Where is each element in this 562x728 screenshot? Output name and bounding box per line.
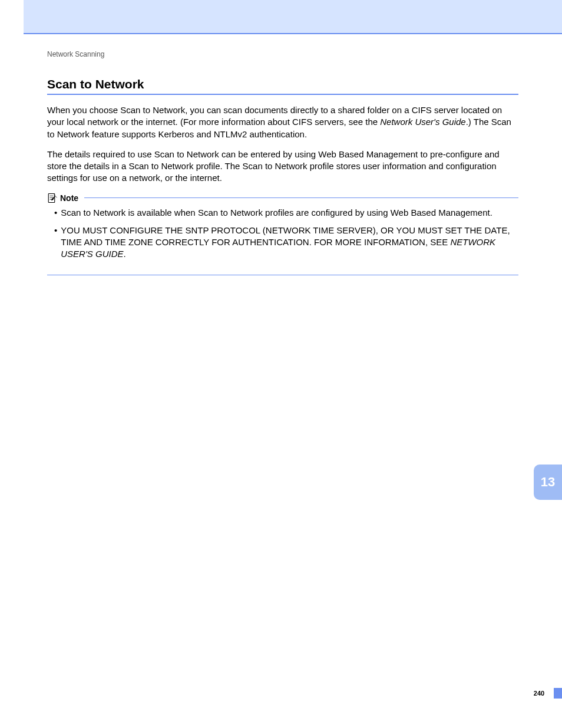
note-i2-b: . <box>123 249 125 259</box>
note-item: • YOU MUST CONFIGURE THE SNTP PROTOCOL (… <box>54 225 518 261</box>
header-band <box>24 0 562 33</box>
note-header: Note <box>47 193 518 203</box>
page-number-accent <box>554 688 562 699</box>
note-item-text: Scan to Network is available when Scan t… <box>61 207 492 219</box>
note-i2-a: YOU MUST CONFIGURE THE SNTP PROTOCOL (NE… <box>61 225 510 247</box>
page-number-box: 240 <box>524 688 562 699</box>
paragraph-2: The details required to use Scan to Netw… <box>47 149 518 185</box>
chapter-tab: 13 <box>534 465 562 500</box>
note-icon <box>47 193 58 203</box>
note-label: Note <box>60 193 78 203</box>
note-list: • Scan to Network is available when Scan… <box>47 207 518 274</box>
note-footer-rule <box>47 275 518 275</box>
section-title: Scan to Network <box>47 77 518 91</box>
note-item-text: YOU MUST CONFIGURE THE SNTP PROTOCOL (NE… <box>61 225 518 261</box>
note-header-rule <box>84 197 518 198</box>
section-title-rule <box>47 94 518 95</box>
bullet-icon: • <box>54 207 57 219</box>
chapter-header: Network Scanning <box>47 50 518 58</box>
page-number: 240 <box>524 690 554 697</box>
page-content: Network Scanning Scan to Network When yo… <box>47 50 518 275</box>
bullet-icon: • <box>54 225 57 261</box>
header-rule <box>24 33 562 34</box>
paragraph-1: When you choose Scan to Network, you can… <box>47 104 518 140</box>
note-item: • Scan to Network is available when Scan… <box>54 207 518 219</box>
p1-reference: Network User's Guide <box>380 117 465 127</box>
